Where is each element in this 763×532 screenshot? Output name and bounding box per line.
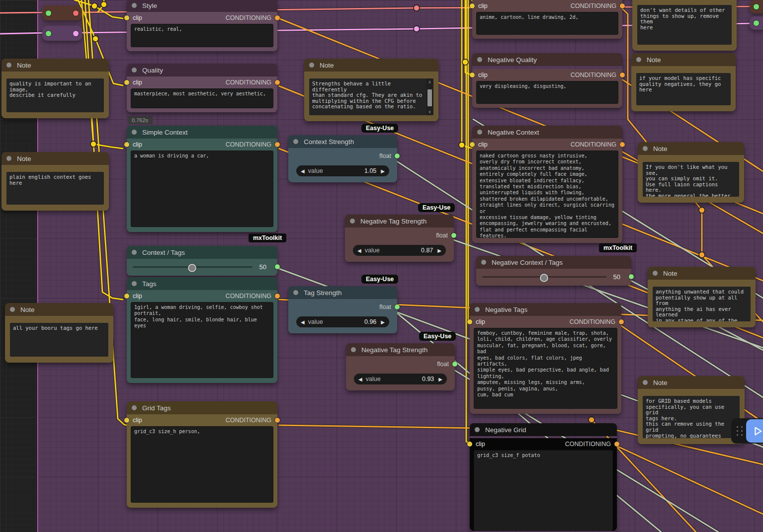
node-header[interactable]: Tag Strength [288,286,397,299]
node-header[interactable]: Negative Quality [472,53,622,66]
collapsed-node-fragment-brown[interactable] [750,0,763,13]
slider-knob[interactable] [188,264,196,272]
prompt-text-widget[interactable]: grid_c3 size_f potato [474,450,613,531]
note-strengths[interactable]: Note Strengths behave a little different… [304,59,438,121]
clip-input-port[interactable] [124,142,129,147]
node-header[interactable]: Negative Grid [470,423,617,436]
prompt-text-widget[interactable]: naked cartoon gross nasty intrusive, ove… [476,151,618,238]
value-widget[interactable]: ◀ value 1.05 ▶ [296,165,389,176]
conditioning-output-port[interactable] [620,142,625,147]
note-header[interactable]: Note [638,142,744,155]
output-port[interactable] [73,31,79,36]
node-header[interactable]: Grid Tags [127,401,277,414]
note-header[interactable]: Note [1,152,109,165]
collapse-dot[interactable] [477,57,482,62]
value-widget[interactable]: ◀ value 0.96 ▶ [296,316,389,327]
note-negative-quality[interactable]: Note if your model has specific quality … [631,53,736,111]
note-header[interactable]: Note [304,59,438,72]
collapse-dot[interactable] [350,219,355,224]
node-context-tags-ratio[interactable]: Context / Tags 50 [127,246,277,276]
collapse-dot[interactable] [10,307,15,312]
collapse-dot[interactable] [475,427,480,432]
node-negative-grid[interactable]: Negative Grid clip CONDITIONING grid_c3 … [470,423,617,532]
increment-arrow-icon[interactable]: ▶ [438,377,442,382]
output-port[interactable] [73,10,79,16]
clip-input-port[interactable] [124,80,129,85]
node-header[interactable]: Negative Tags [470,303,621,316]
collapse-dot[interactable] [132,281,137,286]
conditioning-output-port[interactable] [275,142,280,147]
value-output-port[interactable] [275,264,280,269]
node-simple-context[interactable]: Simple Context clip CONDITIONING a woman… [127,126,277,232]
note-text[interactable]: don't want details of other things to sh… [637,5,732,45]
collapse-dot[interactable] [293,139,298,144]
prompt-text-widget[interactable]: anime, cartoon, line drawing, 2d, [476,12,618,35]
prompt-text-widget[interactable]: grid_c3 size_h person, [131,426,273,503]
note-header[interactable]: Note [5,303,113,316]
note-negative-context[interactable]: Note If you don't like what you see, you… [638,142,744,203]
clip-input-port[interactable] [124,294,129,299]
scrollbar[interactable]: ∧ ∨ [426,78,433,115]
scroll-up-icon[interactable]: ∧ [428,78,431,85]
prompt-text-widget[interactable]: masterpiece, most aesthetic, very aesthe… [131,88,273,108]
node-grid-tags[interactable]: Grid Tags clip CONDITIONING grid_c3 size… [127,401,277,508]
value-widget[interactable]: ◀ value 0.87 ▶ [353,245,446,256]
collapse-dot[interactable] [132,405,137,410]
clip-input-port[interactable] [470,3,475,8]
note-text[interactable]: anything unwanted that could potentially… [653,287,751,321]
collapse-dot[interactable] [481,260,486,265]
value-number[interactable]: 0.96 [364,318,376,325]
conditioning-output-port[interactable] [620,73,625,77]
collapse-dot[interactable] [132,68,137,73]
node-negative-style[interactable]: clip CONDITIONING anime, cartoon, line d… [472,0,622,39]
collapse-dot[interactable] [293,290,298,295]
collapse-dot[interactable] [132,3,137,8]
floating-toolbar[interactable] [731,418,763,444]
increment-arrow-icon[interactable]: ▶ [437,248,441,253]
note-header[interactable]: Note [631,53,736,66]
collapse-dot[interactable] [477,130,482,135]
collapsed-node-brown[interactable] [42,5,82,20]
prompt-text-widget[interactable]: a woman is driving a car, [131,151,273,227]
note-header[interactable]: Note [1,59,109,72]
clip-input-port[interactable] [470,73,475,77]
ratio-slider[interactable] [133,266,253,268]
scroll-down-icon[interactable]: ∨ [428,108,431,115]
note-negative-style[interactable]: Note don't want details of other things … [632,0,737,51]
collapse-dot[interactable] [475,307,480,312]
collapse-dot[interactable] [636,57,641,62]
prompt-text-widget[interactable]: femboy, cuntboy, feminine male, trap, sh… [474,328,617,409]
conditioning-output-port[interactable] [275,80,280,85]
node-header[interactable]: Negative Context [472,126,622,139]
note-text[interactable]: all your booru tags go here [10,323,108,357]
note-negative-grid[interactable]: Note for GRID based models specifically,… [638,376,745,444]
run-button[interactable] [746,419,763,443]
note-header[interactable]: Note [638,376,745,389]
increment-arrow-icon[interactable]: ▶ [381,168,385,174]
input-port[interactable] [754,20,759,26]
node-header[interactable]: Quality [127,64,277,76]
collapse-dot[interactable] [6,63,11,68]
prompt-text-widget[interactable]: very displeasing, disgusting, [476,81,618,104]
increment-arrow-icon[interactable]: ▶ [381,319,385,325]
note-context[interactable]: Note plain english context goes here [1,152,109,211]
clip-input-port[interactable] [467,442,472,447]
float-output-port[interactable] [451,233,456,238]
collapse-dot[interactable] [132,130,137,135]
slider-knob[interactable] [540,274,548,282]
clip-input-port[interactable] [467,319,472,324]
collapse-dot[interactable] [643,146,648,151]
conditioning-output-port[interactable] [620,3,625,8]
note-text[interactable]: If you don't like what you see, you can … [643,162,739,197]
collapse-dot[interactable] [309,63,314,68]
node-negative-context[interactable]: Negative Context clip CONDITIONING naked… [472,126,622,243]
float-output-port[interactable] [395,304,400,309]
note-negative-tags[interactable]: Note anything unwanted that could potent… [648,267,756,327]
node-negative-context-tags-ratio[interactable]: Negative Context / Tags 50 [476,256,631,286]
node-tags[interactable]: Tags clip CONDITIONING 1girl, a woman dr… [127,277,277,383]
node-header[interactable]: Negative Tag Strength [346,343,455,356]
note-text[interactable]: Strengths behave a little differently th… [309,78,433,115]
float-output-port[interactable] [452,362,457,367]
clip-input-port[interactable] [124,418,129,423]
node-negative-tag-strength-1[interactable]: Negative Tag Strength float ◀ value 0.87… [345,215,454,262]
